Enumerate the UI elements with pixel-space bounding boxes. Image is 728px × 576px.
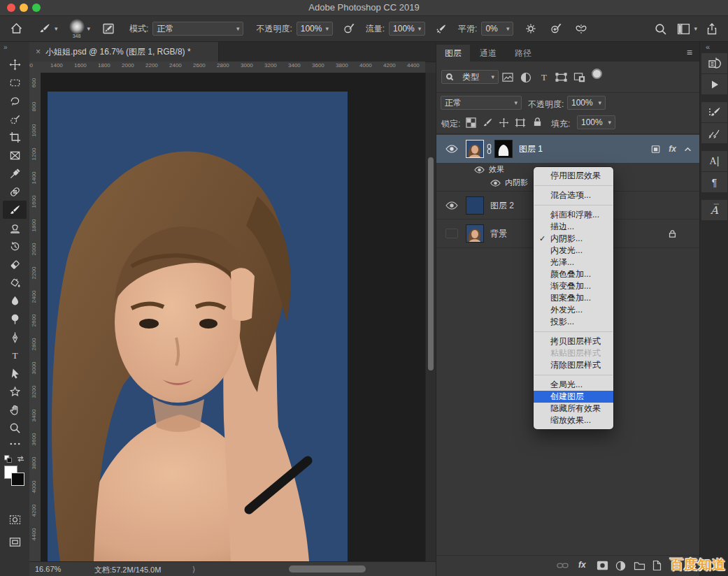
context-menu-item[interactable]: 混合选项...	[534, 189, 613, 201]
lock-artboard-icon[interactable]	[515, 117, 526, 128]
background-color-swatch[interactable]	[11, 473, 24, 486]
vertical-scrollbar[interactable]	[425, 73, 436, 561]
document-tab[interactable]: × 小姐姐.psd @ 16.7% (图层 1, RGB/8) *	[29, 42, 219, 62]
tab-layers[interactable]: 图层	[436, 45, 470, 62]
zoom-level-field[interactable]: 16.67%	[35, 565, 61, 573]
quick-selection-tool[interactable]	[3, 110, 27, 128]
context-menu-item[interactable]: 缩放效果...	[534, 415, 613, 426]
quick-mask-mode-button[interactable]	[3, 510, 27, 528]
context-menu-item[interactable]: 描边...	[534, 221, 613, 233]
screen-mode-button[interactable]	[3, 533, 27, 551]
brush-tool-preset-icon[interactable]: ▾	[38, 22, 58, 35]
opacity-select[interactable]: 100%▾	[297, 22, 333, 36]
filter-pixel-layers-icon[interactable]	[501, 72, 514, 82]
context-menu-item[interactable]: 外发光...	[534, 304, 613, 316]
share-icon[interactable]	[706, 22, 718, 36]
tab-paths[interactable]: 路径	[506, 45, 540, 62]
home-icon[interactable]	[10, 22, 23, 35]
brush-settings-panel-icon[interactable]	[701, 102, 727, 122]
context-menu-item[interactable]: 颜色叠加...	[534, 268, 613, 280]
filter-smart-objects-icon[interactable]	[573, 72, 585, 82]
move-tool[interactable]	[3, 55, 27, 73]
type-tool[interactable]: T	[3, 346, 27, 364]
photo-canvas[interactable]	[48, 92, 348, 561]
lasso-tool[interactable]	[3, 92, 27, 110]
glyphs-panel-icon[interactable]: A̅	[701, 200, 727, 220]
frame-tool[interactable]	[3, 146, 27, 164]
layer-thumbnail[interactable]	[466, 140, 484, 158]
eraser-tool[interactable]	[3, 255, 27, 273]
edit-toolbar-icon[interactable]	[3, 437, 27, 451]
mode-select[interactable]: 正常▾	[152, 22, 243, 36]
toolbar-collapse-icon[interactable]: »	[0, 42, 29, 55]
layer-opacity-select[interactable]: 100%▾	[567, 96, 606, 110]
foreground-background-swatches[interactable]	[4, 466, 25, 487]
layer-fx-badge[interactable]: fx	[669, 144, 676, 154]
context-menu-item[interactable]: 拷贝图层样式	[534, 336, 613, 347]
context-menu-item[interactable]: 光泽...	[534, 257, 613, 268]
context-menu-item[interactable]: 全局光...	[534, 379, 613, 391]
eyedropper-tool[interactable]	[3, 164, 27, 182]
visibility-eye-empty-well[interactable]	[445, 229, 458, 238]
status-chevron-icon[interactable]: ⟩	[192, 565, 195, 574]
actions-panel-icon[interactable]	[701, 74, 727, 94]
context-menu-item[interactable]: 渐变叠加...	[534, 280, 613, 292]
paint-symmetry-icon[interactable]	[574, 22, 588, 36]
context-menu-item[interactable]: ✓内阴影...	[534, 233, 613, 245]
filter-type-select[interactable]: 类型 ▾	[441, 70, 499, 84]
layer-name[interactable]: 背景	[490, 228, 507, 240]
filter-toggle-switch[interactable]	[592, 69, 602, 79]
context-menu-item[interactable]: 投影...	[534, 316, 613, 328]
blur-tool[interactable]	[3, 291, 27, 310]
panel-menu-icon[interactable]: ≡	[687, 47, 692, 58]
size-pressure-icon[interactable]	[550, 22, 563, 35]
lock-image-pixels-icon[interactable]	[483, 117, 493, 128]
layer-blend-mode-select[interactable]: 正常▾	[441, 96, 522, 110]
paint-bucket-tool[interactable]	[3, 273, 27, 291]
filter-adjustment-layers-icon[interactable]	[520, 72, 531, 83]
filter-shape-layers-icon[interactable]	[555, 72, 567, 82]
new-layer-icon[interactable]	[652, 560, 662, 571]
zoom-tool[interactable]	[3, 419, 27, 437]
flow-select[interactable]: 100%▾	[389, 22, 425, 36]
visibility-eye-icon[interactable]	[445, 201, 458, 210]
clone-stamp-tool[interactable]	[3, 219, 27, 237]
healing-brush-tool[interactable]	[3, 182, 27, 201]
path-selection-tool[interactable]	[3, 364, 27, 382]
airbrush-icon[interactable]	[435, 22, 448, 35]
collapse-panels-icon[interactable]: «	[706, 43, 709, 51]
layer-mask-thumbnail[interactable]	[494, 140, 513, 158]
add-layer-style-icon[interactable]: fx	[578, 560, 586, 570]
pen-tool[interactable]	[3, 328, 27, 346]
collapse-effects-chevron-icon[interactable]	[684, 147, 692, 152]
hand-tool[interactable]	[3, 401, 27, 419]
context-menu-item[interactable]: 隐藏所有效果	[534, 403, 613, 415]
smoothing-select[interactable]: 0%▾	[481, 22, 513, 36]
chevron-down-icon[interactable]: ▾	[87, 25, 91, 32]
context-menu-item[interactable]: 清除图层样式	[534, 359, 613, 371]
context-menu-item[interactable]: 图案叠加...	[534, 292, 613, 304]
add-layer-mask-icon[interactable]	[597, 561, 608, 570]
gear-icon[interactable]	[524, 22, 537, 35]
lock-all-icon[interactable]	[533, 117, 542, 127]
canvas-viewport[interactable]	[41, 73, 425, 561]
lock-transparent-pixels-icon[interactable]	[466, 117, 476, 128]
visibility-eye-icon[interactable]	[445, 145, 458, 153]
horizontal-scrollbar-thumb[interactable]	[289, 566, 366, 573]
history-panel-icon[interactable]	[701, 53, 727, 73]
filter-type-layers-icon[interactable]: T	[538, 71, 550, 82]
layer-name[interactable]: 图层 2	[490, 200, 514, 212]
close-tab-icon[interactable]: ×	[36, 47, 41, 57]
visibility-eye-icon[interactable]	[474, 166, 485, 173]
context-menu-item[interactable]: 内发光...	[534, 245, 613, 257]
default-colors-icon[interactable]	[4, 455, 12, 463]
workspace-switcher-icon[interactable]: ▾	[677, 23, 697, 35]
layer-name[interactable]: 图层 1	[519, 143, 543, 155]
fill-select[interactable]: 100%▾	[577, 115, 615, 129]
context-menu-item[interactable]: 创建图层	[534, 391, 613, 403]
tab-channels[interactable]: 通道	[471, 45, 505, 62]
custom-shape-tool[interactable]	[3, 382, 27, 401]
lock-position-icon[interactable]	[499, 117, 509, 128]
brushes-panel-icon[interactable]	[701, 123, 727, 143]
link-layers-icon[interactable]	[557, 561, 569, 570]
